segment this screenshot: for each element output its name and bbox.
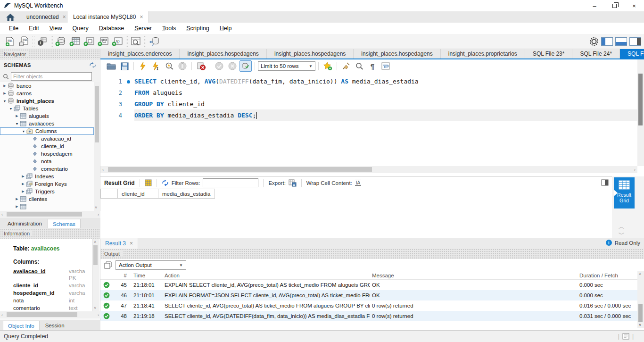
copy-output-icon[interactable] (104, 261, 112, 269)
editor-line-3[interactable]: 3GROUP BY cliente_id (100, 98, 637, 109)
new-schema-button[interactable] (54, 35, 68, 48)
expand-icon[interactable]: ▶ (2, 84, 8, 88)
filter-rows-input[interactable] (203, 178, 258, 187)
menu-edit[interactable]: Edit (24, 24, 44, 33)
restore-button[interactable] (604, 0, 624, 11)
tree-hscrollbar-thumb[interactable] (7, 212, 82, 217)
query-tab-3[interactable]: insight_places.hospedagens (354, 49, 440, 58)
collapse-icon[interactable]: ▼ (14, 122, 20, 125)
beautify-script-button[interactable] (340, 60, 352, 72)
output-row-47[interactable]: 4721:18:41SELECT cliente_id, AVG(preco_t… (100, 300, 637, 311)
tree-item-insight_places[interactable]: ▼insight_places (0, 97, 94, 105)
open-sql-script-button[interactable]: SQL (17, 35, 31, 48)
tab-administration[interactable]: Administration (3, 219, 47, 228)
result-grid-side-tab[interactable]: ResultGrid (614, 177, 635, 209)
tree-item-Indexes[interactable]: ▶Indexes (0, 173, 94, 180)
inspector-button[interactable]: i (35, 35, 50, 48)
query-tab-6[interactable]: SQL File 24* (572, 49, 620, 58)
tree-item-hospedagem[interactable]: hospedagem (0, 150, 94, 158)
close-icon[interactable]: × (130, 240, 133, 247)
close-icon[interactable]: × (63, 14, 66, 20)
find-panel-button[interactable] (353, 60, 365, 72)
collapse-right-panel-icon[interactable] (601, 179, 609, 186)
rollback-button[interactable] (226, 60, 239, 72)
open-script-button[interactable] (105, 60, 117, 72)
tree-item-avaliacao_id[interactable]: avaliacao_id (0, 135, 94, 142)
expand-icon[interactable]: ▶ (20, 175, 26, 178)
expand-icon[interactable]: ▶ (20, 190, 26, 193)
output-scroll-down-icon[interactable]: ˅ (639, 323, 641, 327)
menu-database[interactable]: Database (94, 24, 130, 33)
menu-server[interactable]: Server (129, 24, 157, 33)
tree-scroll-down-icon[interactable]: ˅ (95, 205, 97, 210)
editor-horizontal-scrollbar[interactable]: ‹ › (100, 166, 637, 173)
tree-vertical-scrollbar[interactable]: ˅ (94, 82, 100, 211)
stop-query-button[interactable] (176, 60, 189, 72)
export-icon[interactable] (289, 179, 297, 187)
menu-help[interactable]: Help (215, 24, 237, 33)
tree-item-Columns[interactable]: ▼Columns (0, 127, 94, 135)
expand-icon[interactable]: ▶ (14, 205, 20, 209)
tab-schemas[interactable]: Schemas (48, 219, 81, 228)
toggle-right-panel-button[interactable] (629, 37, 641, 46)
result-column-header-cliente_id[interactable]: cliente_id (118, 189, 158, 199)
filter-objects-input[interactable] (11, 72, 92, 81)
connection-tab-0[interactable]: unconnected× (21, 11, 72, 23)
output-vertical-scrollbar[interactable]: ˄ ˅ (637, 271, 644, 328)
expand-icon[interactable]: ▶ (14, 114, 20, 118)
expand-icon[interactable]: ▶ (20, 182, 26, 186)
menu-tools[interactable]: Tools (157, 24, 181, 33)
result3-tab[interactable]: Result 3 × (100, 238, 138, 249)
commit-button[interactable] (213, 60, 225, 72)
tree-item-comentario[interactable]: comentario (0, 165, 94, 173)
refresh-schemas-icon[interactable] (90, 62, 96, 68)
log-icon[interactable] (622, 333, 629, 340)
tree-item-nota[interactable]: nota (0, 158, 94, 165)
tree-item-partial[interactable]: ▶ (0, 203, 94, 210)
collapse-icon[interactable]: ▼ (8, 107, 14, 110)
sql-editor[interactable]: 1SELECT cliente_id, AVG(DATEDIFF(data_fi… (100, 73, 637, 166)
toggle-autocommit-button[interactable] (239, 60, 252, 72)
editor-line-1[interactable]: 1SELECT cliente_id, AVG(DATEDIFF(data_fi… (100, 75, 637, 87)
tree-item-banco[interactable]: ▶banco (0, 82, 94, 90)
expand-icon[interactable]: ▶ (14, 197, 20, 201)
refresh-results-icon[interactable] (162, 180, 169, 186)
info-hscrollbar-thumb[interactable] (7, 312, 77, 317)
query-tab-2[interactable]: insight_places.hospedagens (267, 49, 354, 58)
execute-current-statement-button[interactable] (150, 60, 162, 72)
output-scrollbar-thumb[interactable] (638, 304, 643, 322)
tree-item-Tables[interactable]: ▼Tables (0, 105, 94, 112)
query-tab-4[interactable]: insight_places.proprietarios (441, 49, 525, 58)
collapse-icon[interactable]: ▼ (21, 130, 26, 133)
limit-rows-select[interactable]: Limit to 50 rows ▼ (258, 61, 315, 71)
save-snippet-button[interactable] (322, 60, 334, 72)
execute-query-button[interactable] (137, 60, 149, 72)
close-icon[interactable]: × (140, 14, 143, 20)
output-scroll-up-icon[interactable]: ˄ (639, 272, 641, 276)
tree-horizontal-scrollbar[interactable]: ‹ › (0, 211, 100, 218)
close-button[interactable]: × (624, 0, 644, 11)
editor-scroll-right-icon[interactable]: › (634, 167, 636, 172)
search-table-data-button[interactable] (129, 35, 143, 48)
result-column-header-media_dias_estadia[interactable]: media_dias_estadia (158, 189, 215, 199)
editor-hscrollbar-thumb[interactable] (108, 167, 372, 172)
wrap-text-button[interactable] (380, 60, 392, 72)
menu-view[interactable]: View (44, 24, 67, 33)
editor-scrollbar-thumb[interactable] (638, 74, 643, 125)
tree-item-clientes[interactable]: ▶clientes (0, 195, 94, 203)
editor-line-2[interactable]: 2FROM alugueis (100, 87, 637, 98)
grid-options-icon[interactable] (145, 179, 152, 186)
new-sql-tab-button[interactable]: SQL (3, 35, 17, 48)
info-scroll-left-icon[interactable]: ‹ (1, 313, 3, 317)
editor-vertical-scrollbar[interactable] (637, 59, 644, 166)
toggle-left-panel-button[interactable] (601, 37, 613, 46)
reconnect-dbms-button[interactable] (147, 35, 161, 48)
minimize-button[interactable]: – (585, 0, 604, 11)
new-table-button[interactable] (68, 35, 82, 48)
expand-icon[interactable]: ▶ (2, 92, 8, 95)
editor-line-4[interactable]: 4ORDER BY media_dias_estadia DESC; (100, 109, 637, 121)
info-scroll-up-icon[interactable]: ˄ (94, 240, 96, 244)
new-function-button[interactable]: f() (110, 35, 124, 48)
toggle-bottom-panel-button[interactable] (615, 37, 627, 46)
output-view-select[interactable]: Action Output ▼ (116, 260, 186, 270)
